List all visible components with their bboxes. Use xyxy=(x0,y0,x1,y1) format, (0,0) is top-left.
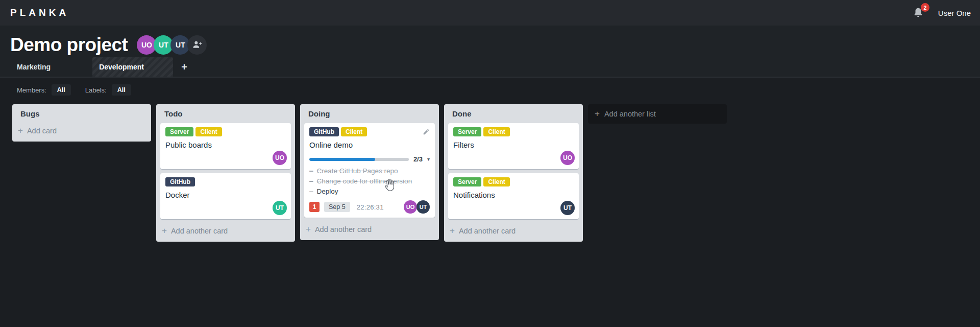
list-title[interactable]: Bugs xyxy=(12,109,151,123)
due-date-badge[interactable]: Sep 5 xyxy=(324,202,350,212)
add-card-label: Add another card xyxy=(459,227,516,235)
list-title[interactable]: Doing xyxy=(300,109,439,123)
cards-container: ServerClientPublic boardsUOGitHubDockerU… xyxy=(156,123,295,219)
card-members: UOUT xyxy=(404,200,430,214)
labels-filter-value[interactable]: All xyxy=(112,84,131,96)
user-plus-icon xyxy=(192,39,202,51)
card-members: UT xyxy=(274,201,287,215)
add-list-label: Add another list xyxy=(604,110,656,118)
members-filter-value[interactable]: All xyxy=(52,84,71,96)
add-card-button[interactable]: +Add card xyxy=(12,123,151,138)
card-name: Notifications xyxy=(453,190,574,200)
pencil-icon xyxy=(423,128,430,135)
card-member-avatar[interactable]: UO xyxy=(273,151,287,165)
card-label: Server xyxy=(165,127,193,136)
task-item: –Deploy xyxy=(309,187,430,196)
card-name: Public boards xyxy=(165,140,286,150)
project-band: Demo project UO UT UT Marketing Developm… xyxy=(0,26,980,78)
add-card-button[interactable]: +Add another card xyxy=(444,223,583,239)
card[interactable]: GitHubClientOnline demo2/3▾–Create GitHu… xyxy=(304,123,435,218)
card-notification-badge: 1 xyxy=(309,202,320,212)
task-dash: – xyxy=(309,187,313,196)
plus-icon: + xyxy=(18,127,23,134)
card-member-avatar[interactable]: UT xyxy=(560,201,575,215)
card-member-avatar[interactable]: UT xyxy=(273,201,287,215)
task-text: Create GitHub Pages repo xyxy=(317,167,398,175)
user-menu[interactable]: User One xyxy=(938,9,971,17)
filter-bar: Members: All Labels: All xyxy=(0,84,980,96)
add-card-button[interactable]: +Add another card xyxy=(156,223,295,239)
notifications-button[interactable]: 2 xyxy=(913,7,925,19)
add-card-button[interactable]: +Add another card xyxy=(300,222,439,237)
card-member-avatar[interactable]: UO xyxy=(560,151,575,165)
card-label: Server xyxy=(453,127,481,136)
task-item: –Create GitHub Pages repo xyxy=(309,167,430,175)
task-item: –Change code for offline version xyxy=(309,177,430,185)
board: Members: All Labels: All Bugs+Add cardTo… xyxy=(0,78,980,242)
plus-icon: + xyxy=(595,110,600,118)
task-progress-fill xyxy=(309,158,375,161)
card-member-avatar[interactable]: UO xyxy=(404,200,417,214)
labels-filter-label: Labels: xyxy=(85,86,107,94)
add-member-button[interactable] xyxy=(187,35,207,55)
task-text: Change code for offline version xyxy=(317,177,412,185)
add-card-label: Add another card xyxy=(171,227,228,235)
app-logo: PLANKA xyxy=(10,7,69,18)
task-progress-label: 2/3 xyxy=(413,155,423,163)
timer-badge[interactable]: 22:26:31 xyxy=(357,203,384,211)
card[interactable]: ServerClientPublic boardsUO xyxy=(160,123,291,169)
card-name: Filters xyxy=(453,140,574,150)
add-list-button[interactable]: + Add another list xyxy=(588,104,727,124)
tab-development[interactable]: Development xyxy=(92,57,173,77)
card-members: UO xyxy=(561,151,575,165)
header-right: 2 User One xyxy=(913,7,971,19)
project-members: UO UT UT xyxy=(137,35,207,55)
card-label: Server xyxy=(453,177,481,186)
list: DoingGitHubClientOnline demo2/3▾–Create … xyxy=(300,104,439,240)
card-labels: GitHub xyxy=(165,177,286,186)
plus-icon: + xyxy=(306,226,311,233)
plus-icon: + xyxy=(450,227,455,235)
list: DoneServerClientFiltersUOServerClientNot… xyxy=(444,104,583,242)
card[interactable]: ServerClientFiltersUO xyxy=(448,123,579,169)
card-label: GitHub xyxy=(309,127,339,136)
task-text: Deploy xyxy=(317,187,338,196)
card[interactable]: GitHubDockerUT xyxy=(160,173,291,219)
notification-count-badge: 2 xyxy=(921,3,929,12)
tab-marketing[interactable]: Marketing xyxy=(4,57,63,77)
card-name: Docker xyxy=(165,190,286,200)
card-members: UT xyxy=(561,201,575,215)
app-header: PLANKA 2 User One xyxy=(0,0,980,26)
card-badges: 1Sep 522:26:31UOUT xyxy=(309,200,430,214)
list: TodoServerClientPublic boardsUOGitHubDoc… xyxy=(156,104,295,242)
bell-icon xyxy=(913,12,924,20)
list-title[interactable]: Done xyxy=(444,109,583,123)
task-dash: – xyxy=(309,177,313,185)
task-dash: – xyxy=(309,167,313,175)
card-member-avatar[interactable]: UT xyxy=(416,200,430,214)
card-label: GitHub xyxy=(165,177,195,186)
card-edit-button[interactable] xyxy=(423,128,430,135)
card-labels: GitHubClient xyxy=(309,127,430,136)
card[interactable]: ServerClientNotificationsUT xyxy=(448,173,579,219)
tasks-toggle-caret-icon[interactable]: ▾ xyxy=(427,156,430,162)
card-label: Client xyxy=(195,127,222,136)
card-label: Client xyxy=(483,127,509,136)
list-title[interactable]: Todo xyxy=(156,109,295,123)
add-board-button[interactable]: + xyxy=(174,57,194,77)
card-labels: ServerClient xyxy=(453,177,574,186)
add-card-label: Add card xyxy=(27,127,57,135)
card-label: Client xyxy=(483,177,509,186)
task-progress: 2/3▾ xyxy=(309,155,430,163)
card-members: UO xyxy=(274,151,287,165)
card-name: Online demo xyxy=(309,140,430,150)
project-title[interactable]: Demo project xyxy=(10,35,128,54)
plus-icon: + xyxy=(162,227,167,235)
members-filter-label: Members: xyxy=(17,86,46,94)
cards-container: ServerClientFiltersUOServerClientNotific… xyxy=(444,123,583,219)
add-card-label: Add another card xyxy=(315,225,372,233)
task-progress-bar xyxy=(309,158,409,161)
card-label: Client xyxy=(341,127,367,136)
lists-row: Bugs+Add cardTodoServerClientPublic boar… xyxy=(0,96,980,242)
board-tabs: Marketing Development + xyxy=(0,57,980,77)
